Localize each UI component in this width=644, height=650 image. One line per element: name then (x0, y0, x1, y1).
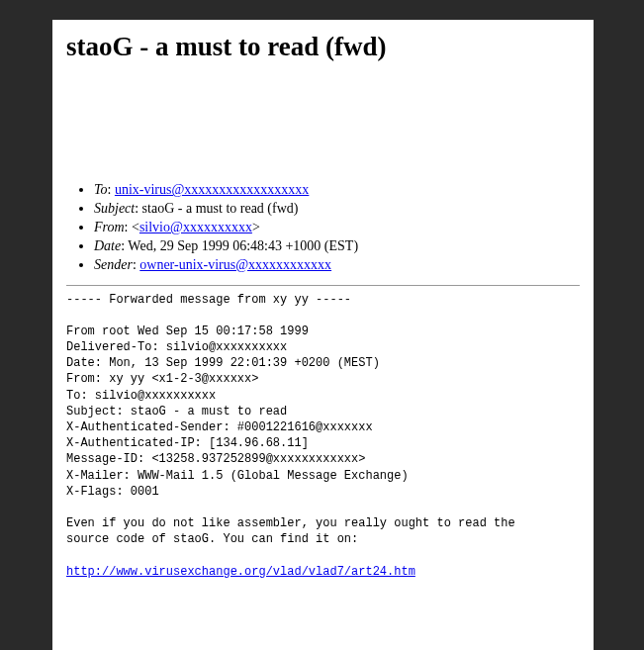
header-date-value: Wed, 29 Sep 1999 06:48:43 +1000 (EST) (128, 238, 358, 253)
source-link[interactable]: http://www.virusexchange.org/vlad/vlad7/… (66, 565, 415, 579)
header-subject: Subject: staoG - a must to read (fwd) (94, 200, 580, 219)
header-from-link[interactable]: silvio@xxxxxxxxxx (139, 220, 252, 234)
header-sender-label: Sender (94, 257, 133, 272)
page-title: staoG - a must to read (fwd) (66, 32, 580, 62)
email-body: ----- Forwarded message from xy yy -----… (66, 292, 580, 580)
email-headers-list: To: unix-virus@xxxxxxxxxxxxxxxxxx Subjec… (66, 181, 580, 274)
header-sender-link[interactable]: owner-unix-virus@xxxxxxxxxxxx (139, 257, 331, 272)
header-from: From: <silvio@xxxxxxxxxx> (94, 219, 580, 237)
header-to-label: To (94, 182, 108, 197)
header-sender: Sender: owner-unix-virus@xxxxxxxxxxxx (94, 256, 580, 275)
email-document: staoG - a must to read (fwd) To: unix-vi… (52, 20, 594, 650)
header-date: Date: Wed, 29 Sep 1999 06:48:43 +1000 (E… (94, 237, 580, 256)
header-date-label: Date (94, 238, 121, 253)
header-to: To: unix-virus@xxxxxxxxxxxxxxxxxx (94, 181, 580, 200)
header-from-label: From (94, 220, 125, 234)
header-to-link[interactable]: unix-virus@xxxxxxxxxxxxxxxxxx (115, 182, 309, 197)
divider (66, 285, 580, 286)
email-body-text: ----- Forwarded message from xy yy -----… (66, 293, 515, 547)
header-subject-label: Subject (94, 201, 135, 216)
header-subject-value: staoG - a must to read (fwd) (142, 201, 299, 216)
